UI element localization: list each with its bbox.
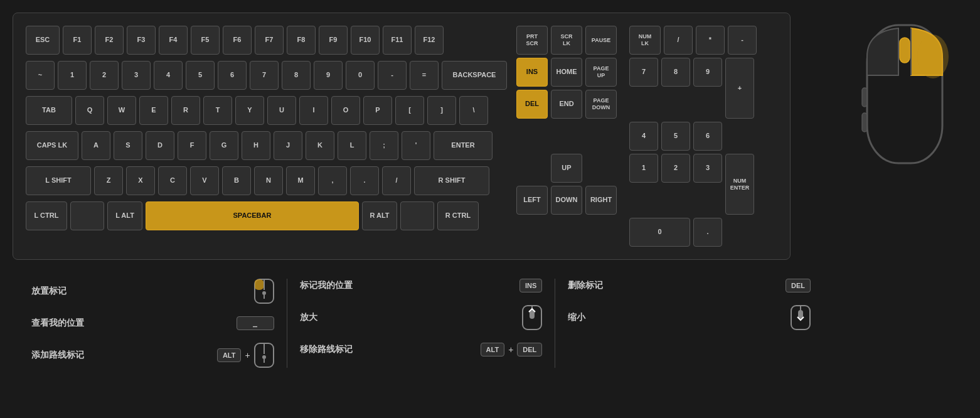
key-numdiv[interactable]: / [664,26,693,55]
key-equals[interactable]: = [410,61,439,90]
key-f9[interactable]: F9 [319,26,348,55]
key-s[interactable]: S [114,131,142,160]
key-rbracket[interactable]: ] [427,96,456,125]
key-f6[interactable]: F6 [223,26,252,55]
key-period[interactable]: . [350,166,379,195]
key-caps[interactable]: CAPS LK [26,131,78,160]
key-up[interactable]: UP [551,154,582,183]
key-pagedown[interactable]: PAGEDOWN [585,90,617,119]
key-q[interactable]: Q [75,96,104,125]
key-m[interactable]: M [286,166,315,195]
key-nummul[interactable]: * [696,26,725,55]
key-w[interactable]: W [107,96,136,125]
key-lbracket[interactable]: [ [395,96,424,125]
key-o[interactable]: O [331,96,360,125]
key-backspace[interactable]: BACKSPACE [442,61,507,90]
key-comma[interactable]: , [318,166,347,195]
key-down[interactable]: DOWN [551,186,582,215]
key-rshift[interactable]: R SHIFT [414,166,489,195]
key-f8[interactable]: F8 [287,26,316,55]
key-4[interactable]: 4 [154,61,183,90]
key-home[interactable]: HOME [551,58,582,87]
key-slash[interactable]: / [382,166,411,195]
key-esc[interactable]: ESC [26,26,60,55]
key-g[interactable]: G [210,131,238,160]
key-f12[interactable]: F12 [415,26,444,55]
key-3[interactable]: 3 [122,61,151,90]
key-numlk[interactable]: NUMLK [629,26,661,55]
key-f11[interactable]: F11 [383,26,412,55]
key-ins[interactable]: INS [516,58,548,87]
key-ralt[interactable]: R ALT [362,201,397,230]
key-num3[interactable]: 3 [693,154,722,183]
key-2[interactable]: 2 [90,61,119,90]
key-num8[interactable]: 8 [661,58,690,87]
key-n[interactable]: N [254,166,283,195]
key-prtscr[interactable]: PRTSCR [516,26,548,55]
key-tab[interactable]: TAB [26,96,72,125]
key-pageup[interactable]: PAGEUP [585,58,617,87]
key-5[interactable]: 5 [186,61,215,90]
key-e[interactable]: E [139,96,168,125]
key-semicolon[interactable]: ; [370,131,398,160]
key-1[interactable]: 1 [58,61,87,90]
key-z[interactable]: Z [94,166,123,195]
key-f3[interactable]: F3 [127,26,156,55]
key-fn2[interactable] [400,201,434,230]
key-num5[interactable]: 5 [661,122,690,151]
key-f[interactable]: F [178,131,206,160]
key-num4[interactable]: 4 [629,122,658,151]
key-num2[interactable]: 2 [661,154,690,183]
key-r[interactable]: R [171,96,200,125]
key-num6[interactable]: 6 [693,122,722,151]
key-fn[interactable] [70,201,104,230]
key-left[interactable]: LEFT [516,186,548,215]
key-numminus[interactable]: - [728,26,757,55]
key-num1[interactable]: 1 [629,154,658,183]
key-f5[interactable]: F5 [191,26,220,55]
key-minus[interactable]: - [378,61,407,90]
key-y[interactable]: Y [235,96,264,125]
key-c[interactable]: C [158,166,187,195]
key-9[interactable]: 9 [314,61,343,90]
key-0[interactable]: 0 [346,61,375,90]
key-7[interactable]: 7 [250,61,279,90]
key-quote[interactable]: ' [402,131,430,160]
key-numplus[interactable]: + [725,58,754,119]
key-backslash[interactable]: \ [459,96,488,125]
key-f2[interactable]: F2 [95,26,124,55]
key-v[interactable]: V [190,166,219,195]
key-l[interactable]: L [338,131,366,160]
key-num0[interactable]: 0 [629,218,690,247]
key-i[interactable]: I [299,96,328,125]
key-enter[interactable]: ENTER [434,131,493,160]
key-end[interactable]: END [551,90,582,119]
key-a[interactable]: A [82,131,110,160]
key-spacebar[interactable]: SPACEBAR [146,201,359,230]
key-j[interactable]: J [274,131,302,160]
key-b[interactable]: B [222,166,251,195]
key-numenter[interactable]: NUMENTER [725,154,754,215]
key-del[interactable]: DEL [516,90,548,119]
key-f7[interactable]: F7 [255,26,284,55]
key-d[interactable]: D [146,131,174,160]
key-right[interactable]: RIGHT [585,186,617,215]
key-scrlk[interactable]: SCRLK [551,26,582,55]
key-lctrl[interactable]: L CTRL [26,201,67,230]
key-lalt[interactable]: L ALT [107,201,142,230]
key-tilde[interactable]: ~ [26,61,55,90]
key-p[interactable]: P [363,96,392,125]
key-num9[interactable]: 9 [693,58,722,87]
key-8[interactable]: 8 [282,61,311,90]
key-f4[interactable]: F4 [159,26,188,55]
key-6[interactable]: 6 [218,61,247,90]
key-t[interactable]: T [203,96,232,125]
key-num7[interactable]: 7 [629,58,658,87]
key-f10[interactable]: F10 [351,26,380,55]
key-numdot[interactable]: . [693,218,722,247]
key-h[interactable]: H [242,131,270,160]
key-rctrl[interactable]: R CTRL [437,201,479,230]
key-u[interactable]: U [267,96,296,125]
key-f1[interactable]: F1 [63,26,92,55]
key-k[interactable]: K [306,131,334,160]
